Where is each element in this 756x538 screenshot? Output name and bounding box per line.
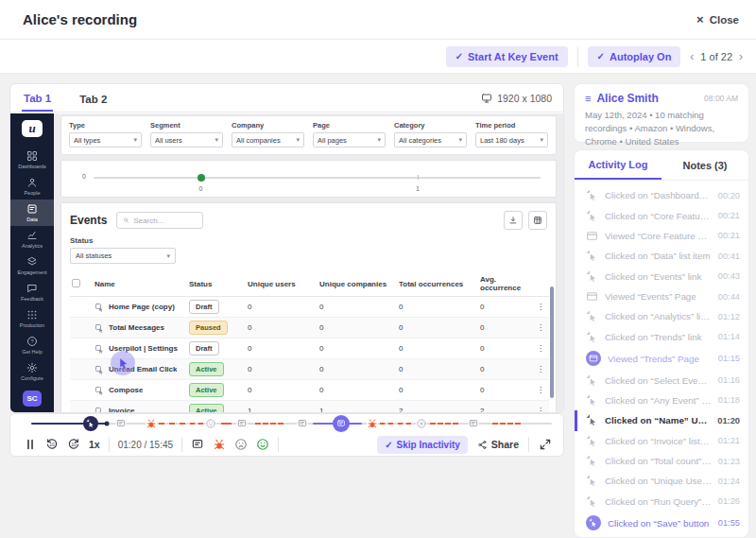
- status-filter-dropdown[interactable]: All statuses ▾: [70, 248, 176, 264]
- sidebar-item-people[interactable]: People: [10, 173, 54, 200]
- note-button[interactable]: [191, 438, 204, 451]
- row-menu-button[interactable]: ⋮: [532, 380, 549, 401]
- activity-log-item[interactable]: Clicked on “Data” list item00:41: [575, 246, 748, 266]
- timeline-marker-smile[interactable]: [206, 419, 216, 429]
- filter-dropdown[interactable]: All companies▾: [232, 132, 304, 148]
- pause-button[interactable]: [24, 438, 37, 451]
- table-row[interactable]: Unread Email ClickActive0000⋮: [70, 359, 549, 380]
- sidebar-item-dashboards[interactable]: Dashboards: [10, 147, 54, 173]
- note-icon: [237, 419, 248, 429]
- tab-activity-log[interactable]: Activity Log: [575, 150, 662, 180]
- autoplay-button[interactable]: ✓ Autoplay On: [588, 46, 681, 67]
- filter-dropdown[interactable]: All pages▾: [313, 132, 386, 148]
- row-menu-button[interactable]: ⋮: [532, 297, 549, 318]
- user-avatar[interactable]: SC: [23, 390, 42, 407]
- sidebar-item-data[interactable]: Data: [10, 200, 54, 226]
- activity-log-item[interactable]: Clicked on “Run Query” button01:26: [575, 492, 748, 512]
- events-search[interactable]: [116, 212, 203, 229]
- activity-log-item[interactable]: Clicked on “Events” link00:43: [575, 267, 748, 286]
- event-name-label: Userpilot | Settings: [109, 344, 178, 353]
- next-recording-chevron[interactable]: ›: [739, 50, 743, 63]
- table-row[interactable]: InvoiceActive1122⋮: [70, 401, 549, 414]
- activity-log-item[interactable]: Viewed “Events” Page00:44: [575, 286, 748, 306]
- resolution-label: 1920 x 1080: [497, 93, 552, 104]
- table-row[interactable]: Total MeesagesPaused0000⋮: [70, 318, 549, 338]
- positive-reaction-button[interactable]: [256, 438, 269, 451]
- timeline-marker-note[interactable]: [333, 415, 350, 432]
- timeline-marker-note[interactable]: [237, 419, 248, 429]
- activity-log-item[interactable]: Clicked on “Analytics” list item01:12: [575, 306, 748, 326]
- skip-inactivity-toggle[interactable]: ✓ Skip Inactivity: [377, 436, 468, 454]
- player-timeline[interactable]: [31, 417, 552, 430]
- chevron-down-icon: ▾: [377, 136, 381, 144]
- table-row[interactable]: Userpilot | SettingsDraft0000⋮: [70, 338, 549, 359]
- filter-dropdown[interactable]: All users▾: [150, 132, 223, 148]
- filter-dropdown[interactable]: Last 180 days▾: [475, 132, 548, 148]
- sidebar-item-feedback[interactable]: Feedback: [10, 279, 54, 305]
- sidebar-item-engagement[interactable]: Engagement: [10, 252, 54, 279]
- table-row[interactable]: Home Page (copy)Draft0000⋮: [70, 297, 549, 318]
- table-row[interactable]: ComposeActive0000⋮: [70, 380, 549, 401]
- fullscreen-button[interactable]: [539, 438, 552, 451]
- row-menu-button[interactable]: ⋮: [532, 338, 549, 359]
- playback-speed-button[interactable]: 1x: [89, 439, 100, 450]
- timeline-marker-note[interactable]: [115, 419, 126, 429]
- activity-log-item[interactable]: Viewed “Trends” Page01:15: [575, 347, 748, 370]
- activity-log-item[interactable]: Clicked on “Select Event” dropdown01:16: [575, 370, 748, 390]
- start-at-key-event-button[interactable]: ✓ Start At Key Event: [446, 46, 568, 67]
- columns-button[interactable]: [528, 211, 547, 230]
- timeline-marker-bug[interactable]: [146, 418, 157, 429]
- select-all-checkbox[interactable]: [72, 279, 80, 287]
- timeline-marker-note[interactable]: [469, 419, 479, 429]
- activity-log-item[interactable]: Clicked on “Any Event” list item01:18: [575, 390, 748, 410]
- activity-log-item[interactable]: Clicked on “Dashboards” list item00:20: [575, 185, 748, 205]
- activity-log-item[interactable]: Clicked on “Core Feature Engagem...00:21: [575, 205, 748, 225]
- row-menu-button[interactable]: ⋮: [532, 318, 549, 338]
- activity-log-item[interactable]: Clicked on “Invoice” list item01:21: [575, 431, 748, 451]
- activity-log-item[interactable]: Clicked on “Save” button01:55: [575, 512, 748, 534]
- sidebar-item-analytics[interactable]: Analytics: [10, 226, 54, 252]
- sidebar-item-configure[interactable]: Configure: [10, 358, 54, 385]
- timeline-marker-click[interactable]: [83, 416, 98, 431]
- user-name[interactable]: Alice Smith: [596, 92, 658, 105]
- search-input[interactable]: [133, 217, 197, 225]
- events-table-scrollbar[interactable]: [550, 286, 554, 398]
- download-button[interactable]: [504, 211, 523, 230]
- bug-icon: [367, 418, 378, 429]
- sidebar-item-get-help[interactable]: ?Get Help: [10, 332, 54, 358]
- timeline-inactivity-dash: [492, 423, 521, 425]
- pagination: ‹ 1 of 22 ›: [690, 50, 743, 63]
- share-button[interactable]: Share: [477, 439, 519, 450]
- sidebar-item-production[interactable]: Production: [10, 305, 54, 332]
- prev-recording-chevron[interactable]: ‹: [690, 50, 694, 63]
- activity-log-item[interactable]: Clicked on “Unique Users” list item01:24: [575, 471, 748, 491]
- slider-tick: [418, 175, 419, 180]
- activity-timestamp: 01:16: [718, 375, 740, 385]
- activity-log-item[interactable]: Clicked on “Name” Unread Email C...01:20: [575, 410, 748, 430]
- negative-reaction-button[interactable]: [234, 438, 248, 451]
- tab-notes[interactable]: Notes (3): [662, 150, 748, 180]
- row-menu-button[interactable]: ⋮: [532, 401, 549, 414]
- tab-2[interactable]: Tab 2: [77, 86, 109, 111]
- activity-log-item[interactable]: Clicked on “Trends” link01:14: [575, 327, 748, 347]
- filter-dropdown[interactable]: All types▾: [69, 132, 142, 148]
- activity-log-item[interactable]: Viewed “Core Feature Engagment”00:21: [575, 226, 748, 246]
- activity-text: Clicked on “Save” button: [608, 518, 712, 529]
- row-menu-button[interactable]: ⋮: [532, 359, 549, 380]
- activity-log-item[interactable]: Clicked on “Total count” dropdown01:23: [575, 451, 748, 471]
- close-icon: ×: [696, 12, 704, 26]
- sidebar-item-label: Analytics: [22, 243, 43, 249]
- close-button[interactable]: × Close: [696, 12, 739, 26]
- forward-10-button[interactable]: 10: [67, 438, 80, 451]
- tab-1[interactable]: Tab 1: [22, 85, 53, 112]
- timeline-marker-dot[interactable]: [104, 422, 109, 426]
- rewind-10-button[interactable]: 10: [45, 438, 59, 451]
- bug-marker-button[interactable]: [213, 438, 226, 451]
- timeline-marker-note[interactable]: [297, 419, 307, 429]
- results-slider-card: 0 0 1: [60, 160, 557, 198]
- timeline-marker-crossc[interactable]: [417, 419, 427, 429]
- app-logo[interactable]: u: [22, 120, 43, 137]
- timeline-marker-bug[interactable]: [367, 418, 378, 429]
- slider-handle[interactable]: [198, 174, 205, 182]
- filter-dropdown[interactable]: All categories▾: [394, 132, 467, 148]
